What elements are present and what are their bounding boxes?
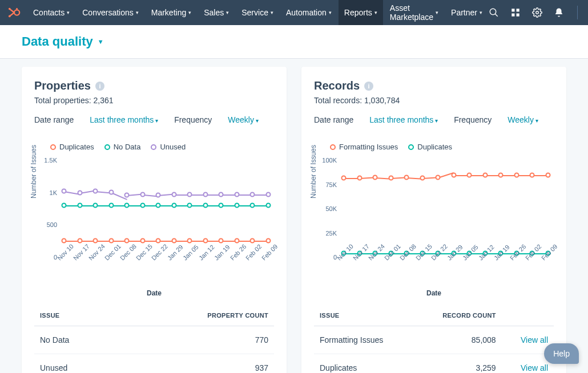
bell-icon[interactable] xyxy=(553,7,565,18)
y-tick: 1K xyxy=(34,189,57,196)
page-body: PropertiesiTotal properties: 2,361Date r… xyxy=(0,59,588,373)
svg-point-3 xyxy=(9,8,11,10)
chart: Formatting IssuesDuplicatesNumber of Iss… xyxy=(314,143,554,297)
legend-label: Unused xyxy=(160,143,186,151)
y-tick: 25K xyxy=(314,230,337,237)
legend-item[interactable]: Formatting Issues xyxy=(330,143,398,151)
records-card: RecordsiTotal records: 1,030,784Date ran… xyxy=(301,67,566,373)
legend-item[interactable]: No Data xyxy=(104,143,141,151)
info-icon[interactable]: i xyxy=(364,82,373,91)
date-range-label: Date range xyxy=(34,115,74,124)
legend-swatch-icon xyxy=(104,144,110,150)
svg-point-0 xyxy=(14,10,19,15)
svg-line-7 xyxy=(495,14,498,17)
filters: Date range Last three monthsFrequency We… xyxy=(34,115,274,124)
legend-label: Duplicates xyxy=(59,143,94,151)
nav-label: Marketing xyxy=(151,8,186,17)
legend-label: Duplicates xyxy=(417,143,452,151)
nav-item-asset-marketplace[interactable]: Asset Marketplace▾ xyxy=(384,0,444,25)
y-tick: 75K xyxy=(314,181,337,188)
legend-swatch-icon xyxy=(330,144,336,150)
legend-item[interactable]: Unused xyxy=(151,143,186,151)
legend-label: No Data xyxy=(114,143,141,151)
legend-swatch-icon xyxy=(151,144,156,150)
x-axis-label: Date xyxy=(314,289,554,297)
table-row: No Data770 xyxy=(34,326,274,354)
nav-label: Service xyxy=(241,8,268,17)
nav-item-automation[interactable]: Automation▾ xyxy=(280,0,337,25)
top-nav: Contacts▾Conversations▾Marketing▾Sales▾S… xyxy=(0,0,588,25)
svg-rect-11 xyxy=(516,14,519,17)
frequency-dropdown[interactable]: Weekly xyxy=(228,115,258,124)
info-icon[interactable]: i xyxy=(95,82,104,91)
properties-card: PropertiesiTotal properties: 2,361Date r… xyxy=(22,67,287,373)
count-cell: 85,008 xyxy=(414,326,501,354)
date-range-label: Date range xyxy=(314,115,353,124)
page-title: Data quality xyxy=(22,34,93,49)
legend-item[interactable]: Duplicates xyxy=(50,143,94,151)
svg-rect-10 xyxy=(512,14,514,17)
nav-item-sales[interactable]: Sales▾ xyxy=(198,0,235,25)
nav-label: Sales xyxy=(204,8,224,17)
nav-item-contacts[interactable]: Contacts▾ xyxy=(27,0,75,25)
nav-label: Contacts xyxy=(33,8,65,17)
marketplace-icon[interactable] xyxy=(510,7,521,18)
legend: DuplicatesNo DataUnused xyxy=(50,143,274,151)
nav-item-partner[interactable]: Partner▾ xyxy=(445,0,488,25)
chart-area: Number of Issues025K50K75K100KNov 10Nov … xyxy=(314,160,554,257)
issue-cell: Unused xyxy=(34,354,120,374)
legend-item[interactable]: Duplicates xyxy=(408,143,452,151)
y-tick: 500 xyxy=(34,221,57,228)
chart: DuplicatesNo DataUnusedNumber of Issues0… xyxy=(34,143,274,297)
nav-item-marketing[interactable]: Marketing▾ xyxy=(146,0,197,25)
help-button[interactable]: Help xyxy=(544,343,579,364)
chevron-down-icon: ▾ xyxy=(67,10,70,15)
nav-item-conversations[interactable]: Conversations▾ xyxy=(76,0,144,25)
count-cell: 937 xyxy=(120,354,274,374)
frequency-dropdown[interactable]: Weekly xyxy=(508,115,538,124)
nav-label: Conversations xyxy=(82,8,134,17)
page-title-dropdown[interactable]: Data quality ▼ xyxy=(22,34,566,49)
legend-label: Formatting Issues xyxy=(339,143,398,151)
card-title: Records xyxy=(314,79,360,92)
hubspot-logo-icon[interactable] xyxy=(8,5,21,21)
frequency-label: Frequency xyxy=(174,115,212,124)
chevron-down-icon: ▾ xyxy=(329,10,332,15)
legend-swatch-icon xyxy=(408,144,414,150)
search-icon[interactable] xyxy=(488,7,500,18)
svg-point-6 xyxy=(490,9,496,15)
col-issue: ISSUE xyxy=(34,305,120,326)
y-tick: 0 xyxy=(314,254,337,261)
chevron-down-icon: ▾ xyxy=(136,10,139,15)
svg-rect-8 xyxy=(512,9,514,11)
count-cell: 770 xyxy=(120,326,274,354)
chevron-down-icon: ▾ xyxy=(480,10,482,15)
filters: Date range Last three monthsFrequency We… xyxy=(314,115,554,124)
nav-label: Asset Marketplace xyxy=(390,3,433,22)
svg-point-12 xyxy=(536,11,539,14)
subheader: Data quality ▼ xyxy=(0,25,588,59)
legend-swatch-icon xyxy=(50,144,56,150)
issue-cell: Duplicates xyxy=(314,354,414,374)
date-range-dropdown[interactable]: Last three months xyxy=(90,115,158,124)
card-title: Properties xyxy=(34,79,91,92)
count-cell: 3,259 xyxy=(414,354,501,374)
issues-table: ISSUEPROPERTY COUNTNo Data770Unused937 xyxy=(34,305,274,373)
chevron-down-icon: ▾ xyxy=(188,10,191,15)
nav-label: Partner xyxy=(451,8,477,17)
chevron-down-icon: ▾ xyxy=(374,10,377,15)
top-nav-right: ▾ xyxy=(488,5,588,21)
nav-item-reports[interactable]: Reports▾ xyxy=(339,0,383,25)
col-count: PROPERTY COUNT xyxy=(120,305,274,326)
nav-label: Automation xyxy=(286,8,327,17)
nav-item-service[interactable]: Service▾ xyxy=(236,0,279,25)
gear-icon[interactable] xyxy=(531,7,543,18)
svg-point-4 xyxy=(9,15,11,18)
col-count: RECORD COUNT xyxy=(414,305,501,326)
issues-table: ISSUERECORD COUNTFormatting Issues85,008… xyxy=(314,305,554,373)
y-tick: 0 xyxy=(34,254,57,261)
date-range-dropdown[interactable]: Last three months xyxy=(369,115,438,124)
issue-cell: No Data xyxy=(34,326,120,354)
chevron-down-icon: ▾ xyxy=(436,10,438,15)
table-row: Duplicates3,259View all xyxy=(314,354,554,374)
